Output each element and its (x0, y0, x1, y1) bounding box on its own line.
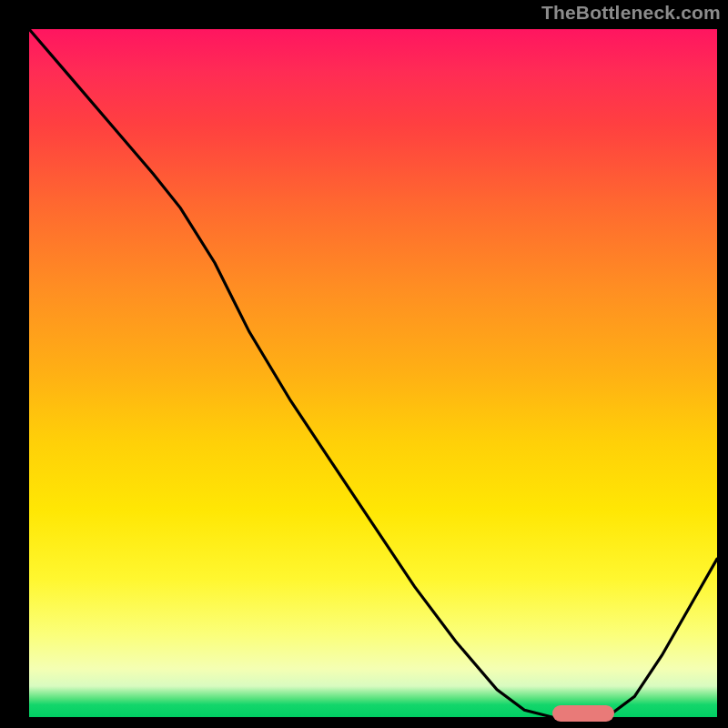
optimal-range-marker (552, 705, 614, 722)
curve-path (29, 29, 717, 717)
bottleneck-curve (29, 29, 717, 717)
chart-frame: TheBottleneck.com (0, 0, 728, 728)
plot-area (29, 29, 717, 717)
watermark-text: TheBottleneck.com (541, 2, 721, 24)
